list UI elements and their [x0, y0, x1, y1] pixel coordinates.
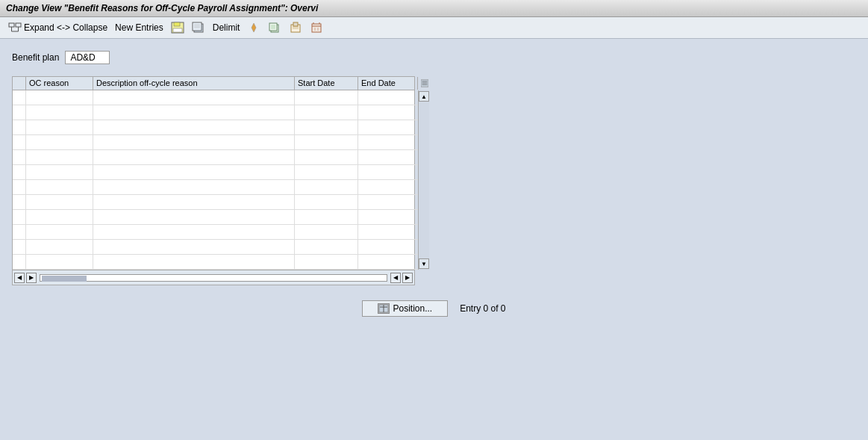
- svg-rect-9: [193, 22, 202, 31]
- table-header: OC reason Description off-cycle reason S…: [13, 77, 414, 90]
- entry-count: Entry 0 of 0: [460, 303, 505, 314]
- svg-rect-23: [312, 24, 321, 32]
- table-row[interactable]: [13, 180, 418, 195]
- paste-button[interactable]: [287, 20, 305, 35]
- copy-button[interactable]: [266, 20, 284, 35]
- col-oc-reason: OC reason: [26, 77, 93, 90]
- col-description: Description off-cycle reason: [93, 77, 295, 90]
- scroll-right-end-arrow[interactable]: ▶: [402, 273, 413, 283]
- table-body: [13, 90, 418, 270]
- position-label: Position...: [393, 303, 432, 314]
- table-row[interactable]: [13, 135, 418, 150]
- expand-collapse-icon: [8, 21, 22, 34]
- scroll-up-arrow[interactable]: ▲: [419, 91, 429, 102]
- svg-rect-7: [173, 28, 182, 32]
- footer-left-arrows: ◀ ▶: [14, 273, 37, 283]
- scroll-right-arrow[interactable]: ◀: [390, 273, 401, 283]
- col-start-date: Start Date: [295, 77, 358, 90]
- svg-rect-20: [293, 22, 298, 26]
- svg-rect-1: [16, 23, 21, 27]
- delete-icon: [310, 21, 323, 34]
- copy-icon: [268, 21, 281, 34]
- benefit-plan-row: Benefit plan AD&D: [12, 51, 856, 64]
- table-row[interactable]: [13, 150, 418, 165]
- table-row[interactable]: [13, 225, 418, 240]
- delimit-label: Delimit: [213, 22, 240, 33]
- vertical-scrollbar[interactable]: ▲ ▼: [418, 90, 429, 270]
- col-selector: [13, 77, 26, 90]
- horizontal-scrollbar[interactable]: [40, 274, 387, 282]
- main-content: Benefit plan AD&D OC reason Description …: [0, 39, 868, 329]
- save-button[interactable]: [169, 20, 187, 35]
- save-icon: [171, 21, 184, 34]
- delete-button[interactable]: [307, 20, 325, 35]
- data-table: OC reason Description off-cycle reason S…: [12, 76, 415, 285]
- svg-rect-0: [9, 23, 14, 27]
- position-icon: [378, 303, 390, 314]
- expand-collapse-button[interactable]: Expand <-> Collapse: [6, 20, 110, 35]
- scissors-button[interactable]: [245, 20, 263, 35]
- table-row[interactable]: [13, 240, 418, 255]
- position-row: Position... Entry 0 of 0: [12, 300, 856, 317]
- paste-icon: [289, 21, 302, 34]
- title-text: Change View "Benefit Reasons for Off-Cyc…: [6, 3, 318, 13]
- scroll-left-arrow[interactable]: ▶: [26, 273, 37, 283]
- table-row[interactable]: [13, 255, 418, 270]
- delimit-button[interactable]: Delimit: [210, 22, 243, 34]
- svg-rect-6: [174, 22, 180, 26]
- multipage-button[interactable]: [190, 20, 207, 35]
- new-entries-label: New Entries: [115, 22, 163, 33]
- col-end-date: End Date: [358, 77, 418, 90]
- table-row[interactable]: [13, 105, 418, 120]
- scroll-down-arrow[interactable]: ▼: [419, 258, 429, 269]
- col-settings[interactable]: [418, 77, 431, 90]
- table-row[interactable]: [13, 210, 418, 225]
- table-row[interactable]: [13, 165, 418, 180]
- expand-collapse-label: Expand <-> Collapse: [24, 22, 107, 33]
- table-body-wrapper: ▲ ▼: [13, 90, 414, 270]
- new-entries-button[interactable]: New Entries: [113, 22, 166, 34]
- benefit-plan-label: Benefit plan: [12, 52, 59, 63]
- table-footer: ◀ ▶ ◀ ▶: [13, 270, 414, 285]
- position-button[interactable]: Position...: [362, 300, 448, 317]
- footer-right-arrows: ◀ ▶: [390, 273, 413, 283]
- scissors-icon: [247, 21, 260, 34]
- toolbar: Expand <-> Collapse New Entries: [0, 17, 868, 39]
- benefit-plan-value: AD&D: [65, 51, 110, 64]
- table-row[interactable]: [13, 120, 418, 135]
- title-bar: Change View "Benefit Reasons for Off-Cyc…: [0, 0, 868, 17]
- table-row[interactable]: [13, 90, 418, 105]
- scroll-left-start-arrow[interactable]: ◀: [14, 273, 25, 283]
- svg-marker-13: [252, 23, 256, 32]
- table-row[interactable]: [13, 195, 418, 210]
- multipage-icon: [192, 21, 205, 34]
